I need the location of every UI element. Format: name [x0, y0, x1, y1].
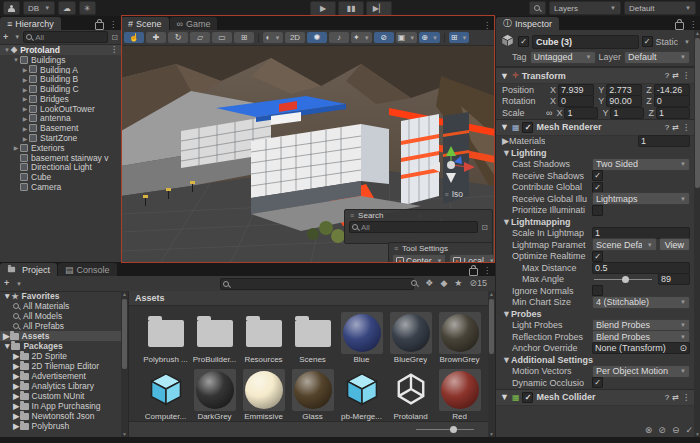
- foldout-icon[interactable]: ▶: [13, 401, 20, 411]
- project-tree-item[interactable]: ▶In App Purchasing: [0, 401, 121, 411]
- foldout-icon[interactable]: ▶: [13, 421, 20, 431]
- tab-scene[interactable]: # Scene: [121, 17, 169, 30]
- help-icon[interactable]: ?: [665, 71, 669, 80]
- console-messages-muted-icon[interactable]: ⊖: [672, 425, 680, 435]
- foldout-icon[interactable]: ▼: [3, 291, 11, 301]
- hierarchy-item[interactable]: ▶Basement: [0, 123, 121, 133]
- component-header-mesh-renderer[interactable]: ▼▦✓Mesh Renderer?⇄⋮: [496, 119, 694, 136]
- project-tree-item[interactable]: ▶Advertisement: [0, 371, 121, 381]
- chevron-down-icon[interactable]: ▼: [16, 281, 22, 287]
- property-dropdown[interactable]: Two Sided▼: [592, 158, 690, 171]
- hierarchy-item[interactable]: ▶antenna: [0, 114, 121, 124]
- x-field[interactable]: 0: [558, 95, 594, 107]
- hierarchy-item[interactable]: ▶Bridges: [0, 94, 121, 104]
- asset-item[interactable]: Resources: [239, 312, 288, 369]
- status-ok-icon[interactable]: ✓: [685, 425, 693, 435]
- foldout-icon[interactable]: ▶: [21, 115, 29, 122]
- foldout-icon[interactable]: ▶: [12, 144, 20, 151]
- asset-item[interactable]: BlueGrey: [386, 312, 435, 369]
- foldout-icon[interactable]: ▼: [502, 217, 511, 227]
- hidden-count-badge[interactable]: ⊘15: [469, 278, 487, 288]
- foldout-icon[interactable]: ▶: [13, 391, 20, 401]
- tab-console[interactable]: ▤ Console: [58, 263, 117, 276]
- hierarchy-item[interactable]: Directional Light: [0, 163, 121, 173]
- property-dropdown[interactable]: Per Object Motion▼: [592, 365, 690, 378]
- assets-breadcrumb[interactable]: Assets: [129, 291, 488, 306]
- scene-search-input[interactable]: All: [349, 221, 478, 233]
- layer-dropdown[interactable]: Default ▼: [624, 51, 690, 64]
- asset-item[interactable]: pb-Merge...: [337, 369, 386, 426]
- tab-inspector[interactable]: ⓘ Inspector: [496, 17, 559, 30]
- component-header-transform[interactable]: ▼✛Transform?⇄⋮: [496, 67, 694, 84]
- projection-toggle[interactable]: ≡ Iso: [445, 189, 463, 199]
- foldout-icon[interactable]: ▶: [13, 381, 20, 391]
- rotate-tool[interactable]: ↻: [168, 32, 188, 43]
- y-field[interactable]: 2.773: [606, 84, 642, 96]
- play-button[interactable]: ▶: [310, 1, 336, 16]
- project-tree-item[interactable]: ▶Analytics Library: [0, 381, 121, 391]
- property-checkbox[interactable]: [592, 205, 603, 216]
- grip-icon[interactable]: ≡: [394, 245, 398, 252]
- kebab-menu-icon[interactable]: ⋮: [110, 45, 121, 54]
- layers-dropdown[interactable]: Layers ▼: [549, 1, 621, 15]
- shading-dropdown[interactable]: ◐▼: [263, 32, 283, 43]
- icon-size-slider[interactable]: [416, 429, 474, 430]
- kebab-menu-icon[interactable]: ⋮: [689, 20, 697, 29]
- kebab-menu-icon[interactable]: ⋮: [682, 393, 690, 402]
- component-enabled-checkbox[interactable]: ✓: [522, 122, 533, 133]
- collab-button[interactable]: ✳: [79, 1, 96, 15]
- asset-item[interactable]: Polybrush ...: [141, 312, 190, 369]
- asset-item[interactable]: Blue: [337, 312, 386, 369]
- foldout-icon[interactable]: ▼: [502, 355, 511, 365]
- property-dropdown[interactable]: Scene Default Par▼: [592, 238, 657, 251]
- scale-tool[interactable]: ▱: [190, 32, 210, 43]
- property-checkbox[interactable]: ✓: [592, 377, 603, 388]
- link-scale-icon[interactable]: ∞: [546, 108, 552, 118]
- foldout-icon[interactable]: ▼: [500, 122, 509, 132]
- foldout-icon[interactable]: ▶: [13, 371, 20, 381]
- project-tree-item[interactable]: ▶Assets: [0, 331, 121, 341]
- z-field[interactable]: 1: [656, 107, 690, 119]
- asset-item[interactable]: Scenes: [288, 312, 337, 369]
- effects-dropdown[interactable]: ✦▼: [351, 32, 372, 43]
- foldout-icon[interactable]: ▼: [502, 148, 511, 158]
- project-tree-scrollbar[interactable]: ▲ ▼: [121, 291, 128, 437]
- hierarchy-item[interactable]: ▶Building A: [0, 65, 121, 75]
- asset-item[interactable]: Computer...: [141, 369, 190, 426]
- project-tree-item[interactable]: All Models: [0, 311, 121, 321]
- move-tool[interactable]: ✚: [146, 32, 166, 43]
- kebab-menu-icon[interactable]: ⋮: [483, 21, 491, 30]
- help-icon[interactable]: ?: [665, 393, 669, 402]
- tag-dropdown[interactable]: Untagged ▼: [530, 51, 596, 64]
- object-field[interactable]: None (Transform)⊙: [592, 342, 690, 354]
- property-slider[interactable]: [594, 279, 652, 280]
- search-button[interactable]: [529, 1, 546, 15]
- favorites-filter-icon[interactable]: ★: [454, 278, 462, 288]
- hierarchy-item[interactable]: ▶Exteriors: [0, 143, 121, 153]
- kebab-menu-icon[interactable]: ⋮: [682, 123, 690, 132]
- layout-dropdown[interactable]: Default ▼: [624, 1, 696, 15]
- lock-icon[interactable]: [469, 268, 478, 276]
- foldout-icon[interactable]: ▶: [13, 361, 20, 371]
- hierarchy-item[interactable]: ▶Building B: [0, 74, 121, 84]
- asset-item[interactable]: Glass: [288, 369, 337, 426]
- inspector-scrollbar[interactable]: ▲ ▼: [694, 30, 700, 437]
- label-filter-icon[interactable]: ◆: [440, 278, 447, 288]
- foldout-icon[interactable]: ▶: [502, 136, 509, 146]
- component-header-mesh-collider[interactable]: ▼▦✓Mesh Collider?⇄⋮: [496, 389, 694, 406]
- hierarchy-item[interactable]: ▶LookOutTower: [0, 104, 121, 114]
- audio-toggle[interactable]: ♪: [329, 32, 349, 43]
- property-checkbox[interactable]: ✓: [592, 182, 603, 193]
- scene-viewport[interactable]: ≡ Iso ≡ Search All ⊡ ≡ Tool Settings: [121, 46, 495, 262]
- foldout-icon[interactable]: ▼: [502, 309, 511, 319]
- gameobject-name-field[interactable]: Cube (3): [532, 35, 639, 49]
- foldout-icon[interactable]: ▶: [13, 411, 20, 421]
- y-field[interactable]: 90.00: [606, 95, 642, 107]
- pivot-dropdown[interactable]: Center ▼: [392, 254, 446, 262]
- asset-item[interactable]: ProBuilder...: [190, 312, 239, 369]
- lock-icon[interactable]: [95, 22, 104, 30]
- z-field[interactable]: 0: [654, 95, 690, 107]
- hand-tool[interactable]: ☝: [124, 32, 144, 43]
- property-checkbox[interactable]: ✓: [592, 170, 603, 181]
- foldout-icon[interactable]: ▶: [21, 76, 29, 83]
